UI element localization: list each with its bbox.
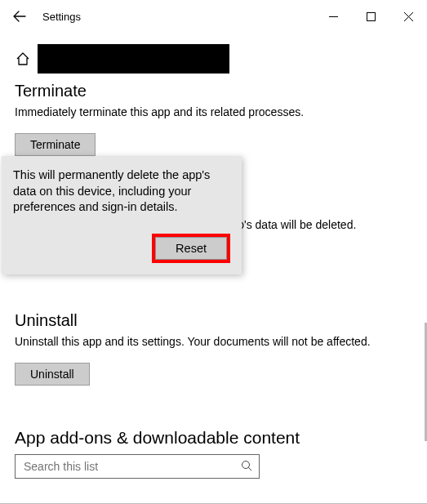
terminate-description: Immediately terminate this app and its r… (15, 105, 412, 118)
reset-confirm-flyout: This will permanently delete the app's d… (2, 156, 242, 274)
minimize-icon (329, 12, 338, 21)
uninstall-button[interactable]: Uninstall (15, 363, 90, 386)
close-button[interactable] (389, 3, 427, 29)
app-name-redacted (38, 44, 229, 74)
maximize-button[interactable] (352, 3, 389, 29)
addons-search-box[interactable] (15, 454, 260, 479)
svg-point-4 (242, 461, 250, 468)
reset-confirm-button[interactable]: Reset (155, 237, 227, 260)
back-button[interactable] (7, 3, 33, 29)
uninstall-heading: Uninstall (15, 311, 412, 330)
home-icon (15, 51, 31, 67)
window-title: Settings (42, 11, 81, 23)
window-controls (314, 3, 427, 29)
terminate-button[interactable]: Terminate (15, 133, 96, 156)
svg-rect-1 (367, 12, 375, 20)
close-icon (404, 12, 413, 21)
maximize-icon (367, 12, 376, 21)
uninstall-description: Uninstall this app and its settings. You… (15, 335, 412, 348)
titlebar: Settings (0, 0, 427, 33)
highlight-annotation: Reset (152, 234, 230, 263)
svg-line-5 (248, 467, 251, 471)
minimize-button[interactable] (314, 3, 352, 29)
search-input[interactable] (22, 459, 241, 474)
terminate-heading: Terminate (15, 82, 412, 100)
back-arrow-icon (13, 10, 26, 23)
reset-confirm-text: This will permanently delete the app's d… (13, 167, 230, 216)
addons-heading: App add-ons & downloadable content (15, 428, 412, 448)
search-icon (241, 460, 252, 474)
app-header (15, 44, 412, 74)
